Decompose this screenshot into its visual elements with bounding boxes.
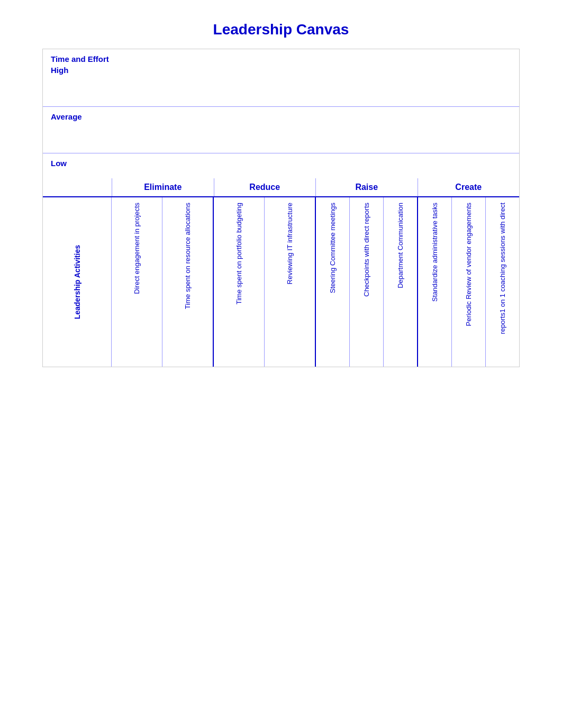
group-eliminate: Direct engagement in projects Time spent… [112,197,213,367]
level-low-label: Low [51,159,67,168]
activity-col-raise-3: Department Communication [383,197,417,367]
activity-raise-1: Steering Committee meetings [329,203,337,293]
category-eliminate: Eliminate [112,178,214,196]
activity-eliminate-1: Direct engagement in projects [133,203,141,294]
row-average-labels: Average [51,112,82,121]
category-headers: Eliminate Reduce Raise Create [43,178,519,197]
category-create: Create [418,178,520,196]
row-high: Time and Effort High [43,49,519,107]
activities-columns: Direct engagement in projects Time spent… [112,197,519,367]
activity-col-eliminate-2: Time spent on resource allocations [162,197,213,367]
activity-reduce-2: Reviewing IT infrastructure [286,203,294,284]
group-create: Standardize administrative tasks Periodi… [417,197,519,367]
activity-reduce-1: Time spent on portfolio budgeting [235,203,243,304]
main-title: Leadership Canvas [42,21,520,38]
row-low-labels: Low [51,159,67,168]
page-container: Leadership Canvas Time and Effort High A… [0,0,562,388]
time-effort-label: Time and Effort [51,54,109,63]
level-average-label: Average [51,112,82,121]
activity-col-reduce-2: Reviewing IT infrastructure [264,197,315,367]
activities-table: Leadership Activities Direct engagement … [43,197,519,367]
activity-create-1: Standardize administrative tasks [431,203,439,302]
activity-col-create-1: Standardize administrative tasks [418,197,451,367]
row-low: Low [43,153,519,178]
activity-raise-3: Department Communication [396,203,404,288]
category-spacer [43,178,112,196]
activity-col-create-2: Periodic Review of vendor engagements [451,197,485,367]
row-average: Average [43,107,519,153]
category-raise: Raise [315,178,418,196]
activity-create-3: reports1 on 1 coaching sessions with dir… [498,203,506,334]
activities-label: Leadership Activities [73,245,81,319]
activities-label-cell: Leadership Activities [43,197,112,367]
activity-col-reduce-1: Time spent on portfolio budgeting [214,197,264,367]
activity-col-raise-1: Steering Committee meetings [316,197,349,367]
activity-col-raise-2: Checkpoints with direct reports [349,197,383,367]
row-high-labels: Time and Effort High [51,54,109,75]
group-raise: Steering Committee meetings Checkpoints … [315,197,417,367]
activity-eliminate-2: Time spent on resource allocations [184,203,192,309]
group-reduce: Time spent on portfolio budgeting Review… [213,197,315,367]
canvas-outer: Time and Effort High Average Low Elimina… [42,49,520,367]
category-reduce: Reduce [214,178,316,196]
activity-create-2: Periodic Review of vendor engagements [465,203,473,326]
activity-col-create-3: reports1 on 1 coaching sessions with dir… [485,197,519,367]
level-high-label: High [51,66,109,75]
activity-col-eliminate-1: Direct engagement in projects [112,197,162,367]
activity-raise-2: Checkpoints with direct reports [362,203,370,297]
